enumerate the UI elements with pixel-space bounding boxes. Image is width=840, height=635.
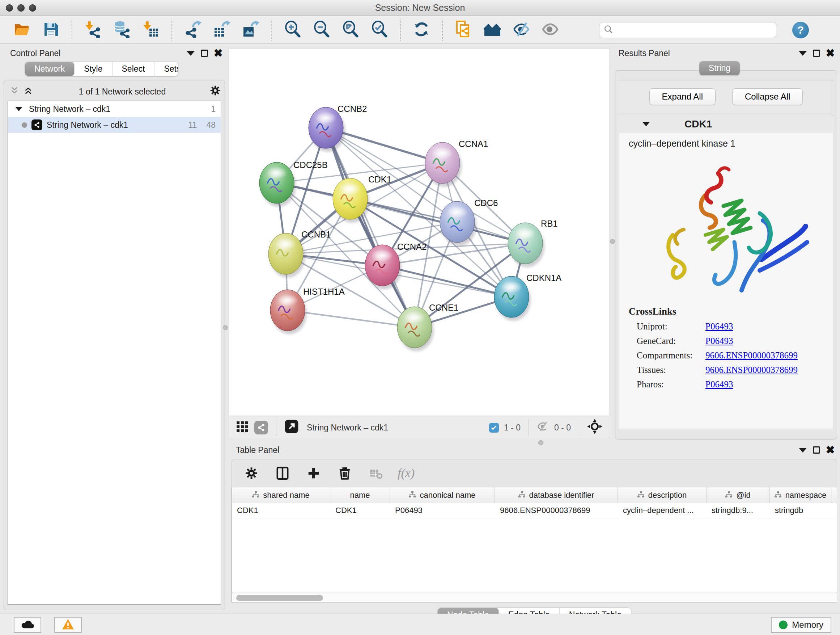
export-table-button[interactable]: [209, 19, 234, 41]
selected-indicator-checkbox[interactable]: [489, 423, 499, 432]
results-panel-float-button[interactable]: [810, 48, 823, 59]
crosslink-label: Tissues:: [637, 365, 706, 375]
maximize-window-button[interactable]: [29, 4, 36, 11]
column-header-shared-name[interactable]: shared name: [232, 487, 330, 503]
zoom-out-button[interactable]: [309, 19, 334, 41]
collapse-all-button[interactable]: Collapse All: [732, 88, 803, 105]
add-column-button[interactable]: [304, 464, 323, 483]
node-label-CCNE1: CCNE1: [429, 302, 458, 312]
collapse-protein-icon[interactable]: [643, 122, 650, 126]
search-icon: [604, 25, 613, 35]
control-panel-menu-button[interactable]: [184, 48, 197, 59]
crosslink-link[interactable]: P06493: [706, 336, 733, 346]
tab-style[interactable]: Style: [74, 62, 112, 76]
protein-name: CDK1: [684, 119, 712, 130]
column-header-name[interactable]: name: [330, 487, 390, 503]
hide-selected-button[interactable]: [508, 19, 534, 41]
chevron-down-icon: [799, 448, 807, 453]
network-selection-status: 1 of 1 Network selected: [35, 87, 210, 97]
results-panel-close-button[interactable]: ✖: [823, 48, 837, 59]
memory-button[interactable]: Memory: [771, 617, 831, 633]
import-network-database-button[interactable]: [109, 19, 134, 41]
export-network-button[interactable]: [180, 19, 205, 41]
table-horizontal-scrollbar[interactable]: [232, 593, 837, 602]
zoom-in-button[interactable]: [280, 19, 305, 41]
birdseye-view-button[interactable]: [235, 420, 249, 435]
export-network-icon: [184, 21, 202, 40]
crosslink-label: GeneCard:: [637, 336, 706, 346]
cloud-icon: [20, 619, 35, 631]
close-icon: ✖: [213, 48, 223, 59]
tab-sets[interactable]: Sets: [155, 62, 178, 76]
network-type-button[interactable]: [254, 421, 268, 434]
network-canvas[interactable]: CCNB2CCNA1CDC25BCDK1CDC6RB1CCNB1CCNA2CDK…: [229, 48, 609, 416]
export-image-icon: [242, 21, 259, 40]
show-columns-button[interactable]: [273, 464, 292, 483]
network-graph[interactable]: CCNB2CCNA1CDC25BCDK1CDC6RB1CCNB1CCNA2CDK…: [229, 49, 609, 416]
crosslink-link[interactable]: 9606.ENSP00000378699: [706, 365, 798, 375]
table-cell: CDK1: [330, 503, 390, 518]
column-header-canonical-name[interactable]: canonical name: [390, 487, 495, 503]
import-network-file-button[interactable]: [80, 19, 106, 41]
open-session-button[interactable]: [9, 19, 35, 41]
refresh-icon: [413, 21, 430, 40]
column-header-database-identifier[interactable]: database identifier: [495, 487, 618, 503]
table-cell: P06493: [390, 503, 495, 518]
table-row[interactable]: CDK1CDK1P064939606.ENSP00000378699cyclin…: [232, 503, 837, 518]
scrollbar-thumb[interactable]: [236, 595, 323, 601]
zoom-selected-button[interactable]: [367, 19, 392, 41]
fit-selected-button[interactable]: [587, 419, 602, 436]
collection-expand-icon[interactable]: [15, 107, 22, 111]
zoom-fit-button[interactable]: [338, 19, 363, 41]
warnings-button[interactable]: [54, 617, 82, 633]
table-panel-close-button[interactable]: ✖: [823, 445, 837, 455]
export-image-button[interactable]: [238, 19, 264, 41]
network-options-button[interactable]: [210, 85, 221, 98]
results-panel-menu-button[interactable]: [796, 48, 810, 59]
first-neighbors-button[interactable]: [480, 19, 505, 41]
search-box[interactable]: [599, 22, 776, 38]
expand-all-button[interactable]: Expand All: [649, 88, 715, 105]
collapse-all-networks-button[interactable]: [10, 86, 19, 97]
duplicate-network-button[interactable]: [451, 19, 476, 41]
tab-select[interactable]: Select: [112, 62, 155, 76]
table-options-button[interactable]: [242, 464, 261, 483]
search-input[interactable]: [616, 25, 772, 35]
delete-table-button[interactable]: [366, 464, 385, 483]
network-row[interactable]: String Network – cdk1 11 48: [8, 117, 221, 133]
close-window-button[interactable]: [6, 4, 13, 11]
tab-network[interactable]: Network: [25, 62, 74, 76]
refresh-button[interactable]: [409, 19, 434, 41]
delete-column-button[interactable]: [335, 464, 354, 483]
protein-detail-box: CDK1 cyclin–dependent kinase 1: [619, 115, 833, 429]
import-table-button[interactable]: [138, 19, 164, 41]
export-table-icon: [213, 21, 231, 40]
function-builder-button[interactable]: f(x): [398, 466, 415, 480]
crosslink-link[interactable]: P06493: [706, 379, 733, 390]
cloud-status-button[interactable]: [14, 617, 41, 633]
zoom-in-icon: [284, 21, 302, 40]
help-button[interactable]: ?: [792, 22, 809, 38]
show-all-button[interactable]: [538, 19, 563, 41]
network-collection-row[interactable]: String Network – cdk1 1: [8, 101, 221, 117]
column-header-namespace[interactable]: namespace: [770, 487, 831, 503]
open-in-browser-button[interactable]: [284, 419, 299, 436]
crosslink-link[interactable]: 9606.ENSP00000378699: [706, 350, 798, 361]
left-divider-handle[interactable]: [223, 325, 228, 330]
expand-all-networks-button[interactable]: [24, 86, 33, 97]
crosslink-link[interactable]: P06493: [706, 321, 733, 332]
right-divider-handle[interactable]: [610, 239, 615, 244]
tab-string[interactable]: String: [699, 61, 740, 75]
table-panel-menu-button[interactable]: [796, 445, 810, 455]
save-session-button[interactable]: [38, 19, 64, 41]
open-session-icon: [13, 21, 31, 40]
minimize-window-button[interactable]: [17, 4, 25, 11]
network-edge-CCNB2-CCNE1[interactable]: [326, 128, 415, 327]
table-panel-float-button[interactable]: [810, 445, 823, 455]
crosslink-row: GeneCard:P06493: [637, 336, 833, 346]
control-panel-close-button[interactable]: ✖: [211, 48, 225, 59]
control-panel-float-button[interactable]: [197, 48, 211, 59]
protein-header[interactable]: CDK1: [619, 115, 833, 133]
column-header--id[interactable]: @id: [706, 487, 770, 503]
column-header-description[interactable]: description: [618, 487, 706, 503]
